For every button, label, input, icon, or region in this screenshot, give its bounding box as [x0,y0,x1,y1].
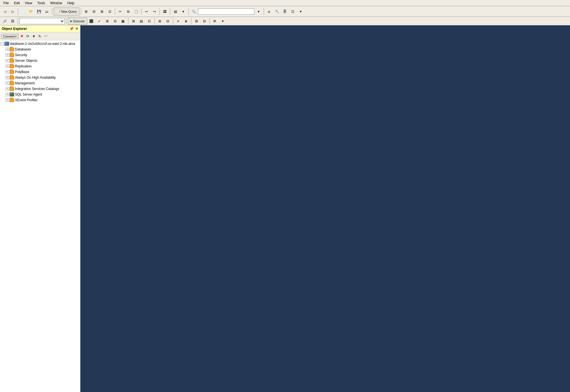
sql-agent-expand-icon[interactable]: + [6,93,9,96]
tb-btn-6[interactable]: ▾ [180,8,187,16]
management-expand-icon[interactable]: + [6,82,9,85]
redo-button[interactable]: ↪ [151,8,158,16]
tb-q2[interactable]: ⊟ [112,17,119,25]
new-query-button[interactable]: 📝 New Query [54,8,79,16]
stop-button[interactable]: ⬛ [88,17,95,25]
execute-label: Execute [73,19,85,23]
menu-help[interactable]: Help [65,1,77,6]
server-objects-expand-icon[interactable]: + [6,59,9,62]
tb-icon-7: ⧈ [267,9,271,14]
save-all-button[interactable]: 🗂 [43,8,51,16]
databases-node[interactable]: + Databases [5,47,80,52]
forward-button[interactable]: ▷ [9,8,16,16]
tb-q9[interactable]: ≡ [174,17,182,25]
tb-q6[interactable]: ⊡ [146,17,153,25]
polybase-node[interactable]: + PolyBase [5,69,80,75]
activity-monitor-button[interactable]: 〰 [43,34,49,39]
disconnect-all-button[interactable]: ✕ [19,34,25,39]
copy-button[interactable]: ⧉ [125,8,132,16]
menu-window[interactable]: Window [48,1,65,6]
menu-edit[interactable]: Edit [12,1,22,6]
diagram-button[interactable]: 🖼 [161,8,169,16]
new-file-icon: 📄 [21,9,25,14]
polybase-expand-icon[interactable]: + [6,70,9,74]
new-file-button[interactable]: 📄 [19,8,27,16]
tb-btn-9[interactable]: 🗄 [281,8,289,16]
tb-q-icon-10: ≣ [184,19,188,23]
main-layout: Object Explorer 📌 ✕ Connect ▾ ✕ ⟳ ▼ ↻ [0,25,570,392]
server-objects-node[interactable]: + Server Objects [5,58,80,63]
dropdown-arrow-icon: ▾ [256,9,261,14]
always-on-expand-icon[interactable]: + [6,76,9,79]
disconnect-button[interactable]: ⛓ [9,17,16,25]
tb-q3[interactable]: ▦ [119,17,127,25]
connect-button[interactable]: Connect ▾ [1,34,19,39]
tb-q10[interactable]: ≣ [182,17,190,25]
save-button[interactable]: 💾 [35,8,43,16]
integration-services-node[interactable]: + Integration Services Catalogs [5,86,80,92]
tb-q-icon-6: ⊡ [147,19,152,23]
search-dropdown-button[interactable]: ▾ [255,8,262,16]
menu-tools[interactable]: Tools [35,1,47,6]
cut-icon: ✂ [118,9,123,14]
database-dropdown[interactable] [19,18,65,24]
xevent-profiler-expand-icon[interactable]: + [6,98,9,102]
tb-q11[interactable]: ⊞ [193,17,200,25]
tb-btn-5[interactable]: ▤ [172,8,179,16]
results-btn[interactable]: ⚙ [211,17,219,25]
tb-btn-8[interactable]: 🔧 [273,8,281,16]
filter-button[interactable]: ▼ [31,34,37,39]
close-icon[interactable]: ✕ [75,27,78,31]
separator-9 [264,8,264,15]
integration-services-expand-icon[interactable]: + [6,87,9,91]
xevent-profiler-node[interactable]: + XEvent Profiler [5,97,80,103]
back-button[interactable]: ◁ [1,8,8,16]
parse-button[interactable]: ✓ [96,17,103,25]
tb-btn-7[interactable]: ⧈ [265,8,273,16]
tb-q4[interactable]: ⊞ [130,17,137,25]
search-toolbar-button[interactable]: 🔍 [190,8,197,16]
polybase-folder-icon [10,70,14,74]
tb-q5[interactable]: ▤ [138,17,145,25]
open-file-button[interactable]: 📂 [27,8,35,16]
tb-btn-10[interactable]: ⊡ [289,8,296,16]
tb-icon-3: ⊞ [100,9,104,14]
tb-q7[interactable]: ⊞ [156,17,163,25]
sql-agent-icon [10,92,14,97]
databases-expand-icon[interactable]: + [6,48,9,51]
tb-q13[interactable]: ▾ [219,17,226,25]
link-button[interactable]: 🔗 [1,17,8,25]
tb-btn-2[interactable]: ⊟ [90,8,98,16]
security-expand-icon[interactable]: + [6,53,9,57]
undo-button[interactable]: ↩ [143,8,150,16]
search-input[interactable] [198,8,254,15]
server-expand-icon[interactable]: − [1,42,4,45]
sql-agent-node[interactable]: + SQL Server Agent [5,92,80,97]
execute-button[interactable]: ▶ Execute [68,18,87,25]
refresh-button[interactable]: ↻ [37,34,42,39]
object-explorer-tree[interactable]: − database-2.ctv2u04ccrxf.us-east-2.rds.… [0,40,80,392]
paste-button[interactable]: 📋 [132,8,140,16]
tb-btn-1[interactable]: ⊞ [82,8,90,16]
tb-q1[interactable]: ⊞ [104,17,111,25]
replication-node[interactable]: + Replication [5,63,80,69]
server-node[interactable]: − database-2.ctv2u04ccrxf.us-east-2.rds.… [0,41,80,47]
refresh-all-button[interactable]: ⟳ [25,34,30,39]
tb-btn-3[interactable]: ⊞ [98,8,106,16]
tb-icon-8: 🔧 [275,9,279,14]
security-node[interactable]: + Security [5,52,80,58]
replication-expand-icon[interactable]: + [6,65,9,68]
management-node[interactable]: + Management [5,80,80,86]
parse-icon: ✓ [97,19,102,23]
cut-button[interactable]: ✂ [117,8,124,16]
always-on-node[interactable]: + Always On High Availability [5,75,80,80]
object-explorer-title: Object Explorer [2,27,27,31]
tb-btn-11[interactable]: ▾ [297,8,304,16]
tb-q12[interactable]: ⊟ [201,17,208,25]
pin-icon[interactable]: 📌 [69,27,74,31]
menu-file[interactable]: File [1,1,11,6]
separator-3 [81,8,81,15]
tb-btn-4[interactable]: ⊡ [106,8,113,16]
tb-q8[interactable]: ⊟ [164,17,171,25]
menu-view[interactable]: View [23,1,34,6]
